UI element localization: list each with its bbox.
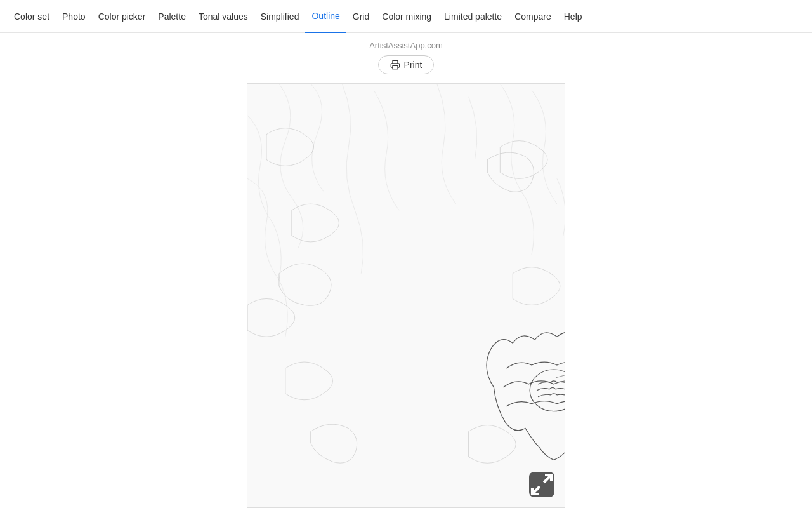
nav-item-help[interactable]: Help <box>558 0 589 33</box>
print-icon <box>390 60 400 70</box>
nav-item-tonal-values[interactable]: Tonal values <box>192 0 254 33</box>
main-nav: Color setPhotoColor pickerPaletteTonal v… <box>0 0 812 33</box>
nav-item-outline[interactable]: Outline <box>305 0 346 33</box>
nav-item-color-picker[interactable]: Color picker <box>92 0 152 33</box>
outline-svg <box>247 84 565 507</box>
nav-item-photo[interactable]: Photo <box>56 0 92 33</box>
svg-rect-1 <box>247 84 565 507</box>
site-url: ArtistAssistApp.com <box>369 41 443 50</box>
nav-item-compare[interactable]: Compare <box>508 0 558 33</box>
svg-rect-0 <box>393 65 398 69</box>
nav-item-palette[interactable]: Palette <box>152 0 192 33</box>
print-button[interactable]: Print <box>378 55 435 74</box>
main-content: ArtistAssistApp.com Print <box>0 33 812 508</box>
nav-item-color-set[interactable]: Color set <box>8 0 56 33</box>
nav-item-simplified[interactable]: Simplified <box>254 0 306 33</box>
nav-item-grid[interactable]: Grid <box>346 0 376 33</box>
fullscreen-button[interactable] <box>529 472 554 497</box>
fullscreen-icon <box>529 472 554 497</box>
nav-item-limited-palette[interactable]: Limited palette <box>438 0 508 33</box>
print-label: Print <box>404 60 422 70</box>
outline-canvas <box>247 83 565 508</box>
nav-item-color-mixing[interactable]: Color mixing <box>376 0 438 33</box>
